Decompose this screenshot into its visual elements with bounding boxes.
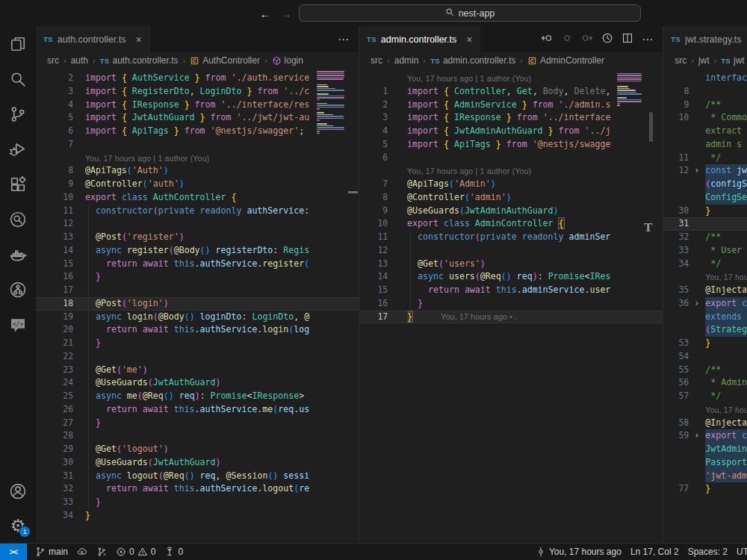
code-line[interactable]: 11 constructor(private readonly adminSer — [359, 231, 663, 244]
breadcrumb-item-AuthController[interactable]: AuthController — [190, 55, 260, 66]
branch-indicator[interactable]: main — [31, 544, 72, 560]
code-line[interactable]: 30} — [663, 205, 747, 218]
code-line[interactable]: 7 — [36, 138, 359, 152]
code-line[interactable]: 16 } — [36, 270, 359, 284]
minimap[interactable] — [617, 71, 647, 106]
circle-icon[interactable] — [561, 32, 573, 47]
code-line[interactable]: admin s — [663, 138, 747, 152]
breadcrumb-item-admin[interactable]: admin — [394, 55, 419, 66]
code-line[interactable]: (configS — [663, 178, 747, 191]
scrollbar-slider[interactable] — [649, 112, 653, 142]
account-icon[interactable] — [0, 473, 36, 508]
code-line[interactable]: 15 return await this.adminService.user — [359, 284, 663, 297]
code-line[interactable]: 19 async login(@Body() loginDto: LoginDt… — [36, 311, 359, 324]
code-line[interactable]: 54 — [663, 350, 747, 364]
code-line[interactable]: 32 return await this.authService.logout(… — [36, 482, 359, 496]
code-line[interactable]: interfac — [663, 72, 747, 85]
publish-changes[interactable] — [72, 544, 92, 560]
code-line[interactable]: 34 */ — [663, 258, 747, 271]
code-line[interactable]: 53} — [663, 337, 747, 350]
code-line[interactable]: 8@ApiTags('Auth') — [36, 164, 359, 178]
tab-close-icon[interactable]: × — [466, 34, 472, 45]
code-line[interactable]: 26 return await this.authService.me(req.… — [36, 403, 359, 417]
code-line[interactable]: 4import { JwtAdminAuthGuard } from '../j — [359, 125, 663, 138]
code-line[interactable]: Passport — [663, 456, 747, 470]
compare-prev-icon[interactable] — [541, 32, 553, 47]
code-line[interactable]: (Strateg — [663, 323, 747, 337]
indentation[interactable]: Spaces: 2 — [684, 544, 732, 560]
code-line[interactable]: 15 return await this.authService.registe… — [36, 258, 359, 271]
breadcrumb-item-auth[interactable]: auth — [71, 55, 88, 66]
code-line[interactable]: 14 async users(@Req() req): Promise<IRes — [359, 270, 663, 284]
blame-status[interactable]: You, 17 hours ago — [531, 544, 626, 560]
code-line[interactable]: 22 — [36, 350, 359, 364]
code-line[interactable]: 9/** — [663, 99, 747, 112]
history-icon[interactable] — [601, 32, 613, 47]
problems-indicator[interactable]: 00 — [111, 544, 160, 560]
navigate-forward-icon[interactable]: → — [278, 5, 294, 22]
compare-next-icon[interactable] — [581, 32, 593, 47]
code-line[interactable]: 12 — [359, 244, 663, 258]
source-control-icon[interactable] — [0, 96, 36, 131]
code-line[interactable]: 17 — [36, 284, 359, 297]
code-line[interactable]: 23 @Get('me') — [36, 364, 359, 377]
run-debug-icon[interactable] — [0, 131, 36, 167]
code-line[interactable]: 11 constructor(private readonly authServ… — [36, 205, 359, 218]
code-line[interactable]: 6 — [359, 152, 663, 165]
minimap[interactable] — [317, 71, 347, 134]
code-line[interactable]: 3import { RegisterDto, LoginDto } from '… — [36, 85, 359, 99]
code-line[interactable]: 59›export c — [663, 429, 747, 443]
code-line[interactable]: 13 @Post('register') — [36, 231, 359, 244]
split-editor-icon[interactable] — [622, 32, 633, 47]
code-line[interactable]: 5import { JwtAuthGuard } from '../jwt/jw… — [36, 111, 359, 125]
code-line[interactable]: 17}You, 17 hours ago • . — [359, 311, 663, 324]
code-line[interactable]: extends — [663, 311, 747, 324]
blame-annotation-row[interactable]: You, 17 hou — [663, 403, 747, 417]
code-line[interactable]: 8 — [663, 85, 747, 99]
explorer-icon[interactable] — [0, 26, 36, 61]
blame-annotation-row[interactable]: You, 17 hours ago | 1 author (You) — [36, 152, 359, 165]
code-line[interactable]: 4import { IResponse } from '../interface… — [36, 99, 359, 112]
extensions-icon[interactable] — [0, 167, 36, 202]
code-line[interactable]: 58@Injecta — [663, 417, 747, 430]
code-line[interactable]: 9@Controller('auth') — [36, 178, 359, 191]
code-line[interactable]: 31 — [663, 217, 747, 231]
code-line[interactable]: 9@UseGuards(JwtAdminAuthGuard) — [359, 205, 663, 218]
code-line[interactable]: 'jwt-adm — [663, 470, 747, 483]
code-line[interactable]: 12›const jw — [663, 164, 747, 178]
encoding[interactable]: UTF-8 — [732, 544, 747, 560]
code-line[interactable]: 13 @Get('users') — [359, 258, 663, 271]
fold-chevron-icon[interactable]: › — [694, 429, 699, 443]
code-line[interactable]: 36›export c — [663, 297, 747, 311]
settings-gear-icon[interactable]: ⚙1 — [0, 508, 36, 544]
code-editor[interactable]: You, 17 hours ago | 1 author (You)1impor… — [359, 69, 663, 544]
breadcrumb-item-AdminController[interactable]: AdminController — [527, 55, 604, 66]
fold-chevron-icon[interactable]: › — [694, 297, 699, 311]
breadcrumb-item-src[interactable]: src — [675, 55, 686, 66]
docker-icon[interactable] — [0, 237, 36, 272]
cursor-position[interactable]: Ln 17, Col 2 — [626, 544, 684, 560]
code-line[interactable]: 10export class AuthController { — [36, 191, 359, 205]
code-line[interactable]: 57 */ — [663, 390, 747, 403]
code-line[interactable]: 55/** — [663, 364, 747, 377]
code-line[interactable]: 11 */ — [663, 152, 747, 165]
code-line[interactable]: ConfigSe — [663, 191, 747, 205]
code-line[interactable]: 7@ApiTags('Admin') — [359, 178, 663, 191]
code-editor[interactable]: 2import { AuthService } from './auth.ser… — [36, 69, 359, 544]
blame-annotation-row[interactable]: You, 17 hou — [663, 270, 747, 284]
code-line[interactable]: 56 * Admin — [663, 376, 747, 390]
code-line[interactable]: 6import { ApiTags } from '@nestjs/swagge… — [36, 125, 359, 138]
code-line[interactable]: 21 } — [36, 337, 359, 350]
code-line[interactable]: 12 — [36, 217, 359, 231]
gitlens-icon[interactable] — [0, 202, 36, 237]
code-line[interactable]: 8@Controller('admin') — [359, 191, 663, 205]
breadcrumb-item-src[interactable]: src — [371, 55, 382, 66]
navigate-back-icon[interactable]: ← — [257, 5, 273, 22]
code-line[interactable]: 31 async logout(@Req() req, @Session() s… — [36, 470, 359, 483]
more-icon[interactable]: ⋯ — [642, 33, 654, 46]
code-line[interactable]: JwtAdmin — [663, 443, 747, 456]
breadcrumb-item-auth.controller.ts[interactable]: TSauth.controller.ts — [100, 55, 179, 66]
more-icon[interactable]: ⋯ — [338, 33, 350, 46]
code-line[interactable]: 20 return await this.authService.login(l… — [36, 323, 359, 337]
tab-admin.controller.ts[interactable]: TSadmin.controller.ts× — [359, 26, 480, 52]
